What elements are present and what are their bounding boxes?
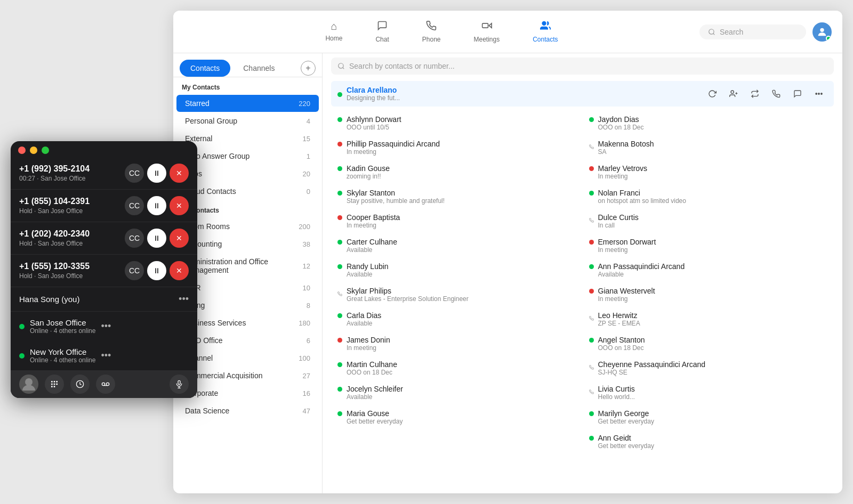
group-admin[interactable]: Administration and Office Management 12 xyxy=(176,253,319,279)
contact-carla[interactable]: Carla Dias Available xyxy=(331,307,583,331)
contact-info-maria: Maria Gouse Get better everyday xyxy=(347,409,576,425)
group-accounting[interactable]: Accounting 38 xyxy=(176,235,319,253)
title-bar: ⌂ Home Chat Phone Meetings xyxy=(173,11,842,53)
window-close[interactable] xyxy=(18,147,26,154)
group-ceo[interactable]: CEO Office 6 xyxy=(176,332,319,349)
tab-channels[interactable]: Channels xyxy=(232,60,285,77)
contact-angel[interactable]: Angel Stanton OOO on 18 Dec xyxy=(583,331,834,356)
group-billing[interactable]: Billing 8 xyxy=(176,297,319,314)
contact-status-skylar-p: Great Lakes - Enterprise Solution Engine… xyxy=(347,295,576,303)
call-2-pause-button[interactable]: ⏸ xyxy=(147,196,166,215)
nav-phone[interactable]: Phone xyxy=(414,16,449,47)
message-icon[interactable] xyxy=(789,85,806,102)
voicemail-button[interactable] xyxy=(96,375,115,394)
contacts-icon xyxy=(540,20,551,34)
contact-name-cooper: Cooper Baptista xyxy=(347,213,576,222)
transfer-icon[interactable] xyxy=(746,85,763,102)
nav-contacts[interactable]: Contacts xyxy=(524,16,566,47)
phone-call-icon[interactable] xyxy=(768,85,785,102)
group-apps[interactable]: Apps 20 xyxy=(176,165,319,182)
refresh-icon[interactable] xyxy=(704,85,721,102)
contact-marilyn[interactable]: Marilyn George Get better everyday xyxy=(583,405,834,429)
contact-skylar-philips[interactable]: Skylar Philips Great Lakes - Enterprise … xyxy=(331,282,583,307)
contact-marley[interactable]: Marley Vetrovs In meeting xyxy=(583,160,834,184)
contact-dulce[interactable]: Dulce Curtis In call xyxy=(583,209,834,233)
more-options-icon[interactable]: ••• xyxy=(810,85,827,102)
contact-randy[interactable]: Randy Lubin Available xyxy=(331,258,583,282)
dialpad-button[interactable] xyxy=(45,375,64,394)
contact-ann-p[interactable]: Ann Passaquindici Arcand Available xyxy=(583,258,834,282)
contact-emerson[interactable]: Emerson Dorwart In meeting xyxy=(583,233,834,258)
group-corporate[interactable]: Corporate 16 xyxy=(176,385,319,402)
add-contact-action-icon[interactable] xyxy=(725,85,742,102)
contact-status-maria: Get better everyday xyxy=(347,418,576,425)
contact-james[interactable]: James Donin In meeting xyxy=(331,331,583,356)
contact-kadin[interactable]: Kadin Gouse zooming in!! xyxy=(331,160,583,184)
window-minimize[interactable] xyxy=(30,147,37,154)
window-maximize[interactable] xyxy=(42,147,49,154)
contact-skylar-stanton[interactable]: Skylar Stanton Stay positive, humble and… xyxy=(331,184,583,209)
call-1-cc-button[interactable]: CC xyxy=(125,164,144,183)
history-button[interactable] xyxy=(70,375,90,394)
call-2-end-button[interactable]: ✕ xyxy=(170,196,189,215)
call-3-pause-button[interactable]: ⏸ xyxy=(147,229,166,248)
call-2-cc-button[interactable]: CC xyxy=(125,196,144,215)
contact-ann-g[interactable]: Ann Geidt Get better everyday xyxy=(583,429,834,454)
contact-phillip[interactable]: Phillip Passaquindici Arcand In meeting xyxy=(331,135,583,160)
call-4-end-button[interactable]: ✕ xyxy=(170,261,189,280)
group-cloud[interactable]: Cloud Contacts 0 xyxy=(176,183,319,200)
contact-jaydon[interactable]: Jaydon Dias OOO on 18 Dec xyxy=(583,111,834,135)
contact-status-marilyn: Get better everyday xyxy=(598,418,828,425)
group-business[interactable]: Business Services 180 xyxy=(176,314,319,331)
avatar-online-dot xyxy=(826,36,831,41)
group-zoom-rooms[interactable]: Zoom Rooms 200 xyxy=(176,218,319,235)
contacts-search[interactable]: Search by contacts or number... xyxy=(331,58,834,75)
add-contact-button[interactable]: + xyxy=(301,61,316,76)
contact-carter[interactable]: Carter Culhane Available xyxy=(331,233,583,258)
group-bdr[interactable]: BDR 10 xyxy=(176,279,319,296)
group-external[interactable]: External 15 xyxy=(176,130,319,147)
group-starred[interactable]: Starred 220 xyxy=(176,95,319,112)
group-auto-answer[interactable]: Auto Answer Group 1 xyxy=(176,148,319,165)
channel-sanjose-more[interactable]: ••• xyxy=(101,321,111,332)
contact-name-jaydon: Jaydon Dias xyxy=(598,115,828,124)
group-data-science[interactable]: Data Science 47 xyxy=(176,402,319,419)
group-zoom-name: Zoom Rooms xyxy=(185,222,299,231)
contact-cheyenne[interactable]: Cheyenne Passaquindici Arcand SJ-HQ SE xyxy=(583,356,834,380)
channel-newyork[interactable]: New York Office Online · 4 others online… xyxy=(11,341,197,370)
group-channel[interactable]: Channel 100 xyxy=(176,349,319,367)
call-1-end-button[interactable]: ✕ xyxy=(170,164,189,183)
user-avatar[interactable] xyxy=(812,22,832,42)
call-3-cc-button[interactable]: CC xyxy=(125,229,144,248)
call-4-cc-button[interactable]: CC xyxy=(125,261,144,280)
group-personal[interactable]: Personal Group 4 xyxy=(176,112,319,129)
contact-name-giana: Giana Westervelt xyxy=(598,287,828,295)
svg-point-11 xyxy=(25,378,33,386)
contact-cooper[interactable]: Cooper Baptista In meeting xyxy=(331,209,583,233)
contact-status-livia: Hello world... xyxy=(598,393,828,401)
contact-jocelyn[interactable]: Jocelyn Schleifer Available xyxy=(331,380,583,405)
mic-button[interactable] xyxy=(170,375,189,394)
nav-meetings[interactable]: Meetings xyxy=(465,16,509,47)
contact-martin[interactable]: Martin Culhane OOO on 18 Dec xyxy=(331,356,583,380)
call-4-actions: CC ⏸ ✕ xyxy=(125,261,189,280)
nav-home[interactable]: ⌂ Home xyxy=(317,16,351,47)
call-1-pause-button[interactable]: ⏸ xyxy=(147,164,166,183)
contact-nolan[interactable]: Nolan Franci on hotspot atm so limited v… xyxy=(583,184,834,209)
call-3-end-button[interactable]: ✕ xyxy=(170,229,189,248)
group-commercial[interactable]: Commercial Acquisition 27 xyxy=(176,367,319,384)
channel-newyork-more[interactable]: ••• xyxy=(101,350,111,361)
contact-livia[interactable]: Livia Curtis Hello world... xyxy=(583,380,834,405)
svg-rect-24 xyxy=(178,380,180,384)
channel-sanjose[interactable]: San Jose Office Online · 4 others online… xyxy=(11,311,197,341)
search-bar[interactable]: Search xyxy=(699,25,806,39)
contact-ashlynn[interactable]: Ashlynn Dorwart OOO until 10/5 xyxy=(331,111,583,135)
tab-contacts[interactable]: Contacts xyxy=(180,60,230,77)
contact-makenna[interactable]: Makenna Botosh SA xyxy=(583,135,834,160)
call-4-pause-button[interactable]: ⏸ xyxy=(147,261,166,280)
user-more-button[interactable]: ••• xyxy=(179,294,189,305)
contact-giana[interactable]: Giana Westervelt In meeting xyxy=(583,282,834,307)
nav-chat[interactable]: Chat xyxy=(367,16,397,47)
contact-leo[interactable]: Leo Herwitz ZP SE - EMEA xyxy=(583,307,834,331)
contact-maria[interactable]: Maria Gouse Get better everyday xyxy=(331,405,583,429)
